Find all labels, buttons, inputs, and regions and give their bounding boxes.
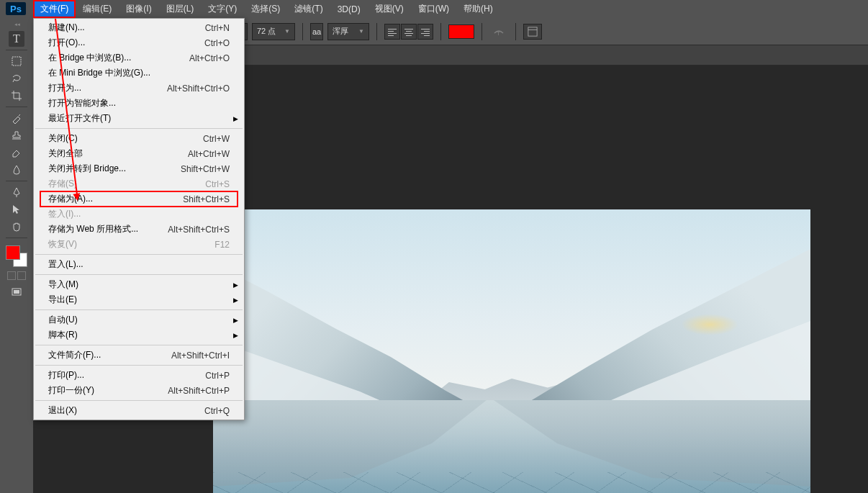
lasso-tool[interactable] — [9, 71, 24, 86]
text-align-group — [384, 24, 433, 40]
eraser-tool[interactable] — [9, 145, 24, 160]
menu-item-label: 签入(I)... — [48, 208, 81, 220]
menu-type[interactable]: 文字(Y) — [201, 0, 244, 18]
menu-filter[interactable]: 滤镜(T) — [287, 0, 330, 18]
menu-item-label: 文件简介(F)... — [48, 349, 101, 361]
marquee-tool[interactable] — [9, 53, 24, 69]
type-tool[interactable]: T — [9, 31, 24, 47]
menu-item-label: 关闭(C) — [48, 132, 78, 145]
menu-item-label: 打印(P)... — [48, 369, 84, 381]
antialias-select[interactable]: 浑厚▼ — [327, 23, 369, 40]
menu-shortcut: Ctrl+W — [203, 134, 230, 144]
svg-rect-5 — [12, 57, 21, 65]
menu-item-label: 存储(S) — [48, 178, 77, 190]
text-color-swatch[interactable] — [448, 24, 474, 39]
submenu-arrow-icon: ▶ — [233, 332, 238, 339]
quickmask-mode-button[interactable] — [17, 271, 26, 280]
blur-tool[interactable] — [9, 162, 24, 178]
menu-item-e[interactable]: 导出(E)▶ — [34, 292, 244, 307]
warp-text-button[interactable]: T — [489, 24, 508, 40]
crop-tool[interactable] — [9, 88, 24, 104]
menu-item-o[interactable]: 打开(O)...Ctrl+O — [34, 35, 244, 50]
document-canvas[interactable] — [213, 209, 810, 493]
menu-item-label: 自动(U) — [48, 314, 78, 326]
menu-help[interactable]: 帮助(H) — [456, 0, 500, 18]
menu-item-minibridgeg[interactable]: 在 Mini Bridge 中浏览(G)... — [34, 65, 244, 81]
foreground-color[interactable] — [6, 245, 20, 260]
menu-item-v: 恢复(V)F12 — [34, 237, 244, 252]
divider — [6, 238, 27, 238]
menu-item-i: 签入(I)... — [34, 207, 244, 222]
menu-item-r[interactable]: 脚本(R)▶ — [34, 327, 244, 343]
pen-tool[interactable] — [9, 184, 24, 200]
app-logo: Ps — [6, 2, 26, 15]
menu-item-bridgeb[interactable]: 在 Bridge 中浏览(B)...Alt+Ctrl+O — [34, 50, 244, 65]
edit-mode-buttons — [7, 271, 26, 280]
menu-file[interactable]: 文件(F) — [33, 0, 76, 18]
menu-view[interactable]: 视图(V) — [368, 0, 411, 18]
submenu-arrow-icon: ▶ — [233, 115, 238, 122]
hand-tool[interactable] — [9, 219, 24, 235]
menu-3d[interactable]: 3D(D) — [330, 1, 368, 17]
screen-mode-button[interactable] — [9, 284, 24, 300]
divider — [6, 50, 27, 50]
align-center-button[interactable] — [401, 24, 417, 40]
menu-item-label: 最近打开文件(T) — [48, 112, 111, 125]
menu-item-[interactable]: 打开为...Alt+Shift+Ctrl+O — [34, 81, 244, 96]
menu-separator — [35, 128, 243, 129]
menu-item-n[interactable]: 新建(N)...Ctrl+N — [34, 20, 244, 35]
menu-shortcut: Alt+Shift+Ctrl+P — [168, 386, 230, 396]
menu-shortcut: Ctrl+O — [204, 38, 230, 48]
menu-item-a[interactable]: 存储为(A)...Shift+Ctrl+S — [40, 191, 238, 207]
menu-item-label: 导出(E) — [48, 294, 77, 306]
menu-select[interactable]: 选择(S) — [244, 0, 287, 18]
menu-item-[interactable]: 关闭全部Alt+Ctrl+W — [34, 146, 244, 161]
menu-shortcut: Alt+Ctrl+W — [188, 149, 230, 159]
menu-layer[interactable]: 图层(L) — [159, 0, 202, 18]
menu-item-l[interactable]: 置入(L)... — [34, 257, 244, 272]
menu-shortcut: Alt+Shift+Ctrl+S — [168, 225, 230, 235]
menu-item-t[interactable]: 最近打开文件(T)▶ — [34, 111, 244, 126]
menu-shortcut: F12 — [214, 240, 230, 250]
menu-item-m[interactable]: 导入(M)▶ — [34, 277, 244, 292]
menu-item-x[interactable]: 退出(X)Ctrl+Q — [34, 403, 244, 418]
align-left-button[interactable] — [384, 24, 400, 40]
file-menu-dropdown: 新建(N)...Ctrl+N打开(O)...Ctrl+O在 Bridge 中浏览… — [33, 18, 245, 420]
menu-item-u[interactable]: 自动(U)▶ — [34, 312, 244, 327]
svg-text:T: T — [497, 30, 500, 37]
menu-item-label: 打印一份(Y) — [48, 384, 94, 397]
menu-shortcut: Alt+Shift+Ctrl+I — [171, 350, 230, 361]
menu-item-c[interactable]: 关闭(C)Ctrl+W — [34, 131, 244, 146]
submenu-arrow-icon: ▶ — [233, 297, 238, 304]
divider — [6, 181, 27, 181]
align-right-button[interactable] — [417, 24, 433, 40]
menu-item-s: 存储(S)Ctrl+S — [34, 176, 244, 191]
menu-item-f[interactable]: 文件简介(F)...Alt+Shift+Ctrl+I — [34, 348, 244, 363]
submenu-arrow-icon: ▶ — [233, 281, 238, 289]
menu-item-web[interactable]: 存储为 Web 所用格式...Alt+Shift+Ctrl+S — [34, 222, 244, 237]
menu-item-bridge[interactable]: 关闭并转到 Bridge...Shift+Ctrl+W — [34, 161, 244, 176]
svg-rect-3 — [528, 27, 537, 35]
healing-brush-tool[interactable] — [9, 110, 24, 126]
font-size-select[interactable]: 72 点▼ — [252, 23, 295, 40]
menu-image[interactable]: 图像(I) — [119, 0, 158, 18]
menu-shortcut: Shift+Ctrl+W — [181, 164, 230, 174]
menu-item-label: 新建(N)... — [48, 22, 85, 34]
menu-edit[interactable]: 编辑(E) — [76, 0, 119, 18]
menu-item-[interactable]: 打开为智能对象... — [34, 96, 244, 111]
character-panel-button[interactable] — [523, 24, 542, 40]
menu-shortcut: Ctrl+S — [205, 179, 230, 189]
menu-window[interactable]: 窗口(W) — [411, 0, 456, 18]
stamp-tool[interactable] — [9, 127, 24, 143]
menu-item-y[interactable]: 打印一份(Y)Alt+Shift+Ctrl+P — [34, 383, 244, 398]
menu-item-label: 导入(M) — [48, 279, 78, 291]
tool-panel: T — [0, 18, 33, 300]
menu-separator — [35, 254, 243, 255]
menu-shortcut: Shift+Ctrl+S — [183, 194, 230, 204]
menu-item-p[interactable]: 打印(P)...Ctrl+P — [34, 368, 244, 383]
standard-mode-button[interactable] — [7, 271, 16, 280]
menu-separator — [35, 309, 243, 310]
color-picker[interactable] — [6, 245, 27, 267]
path-selection-tool[interactable] — [9, 202, 24, 217]
menu-item-label: 存储为 Web 所用格式... — [48, 223, 138, 235]
